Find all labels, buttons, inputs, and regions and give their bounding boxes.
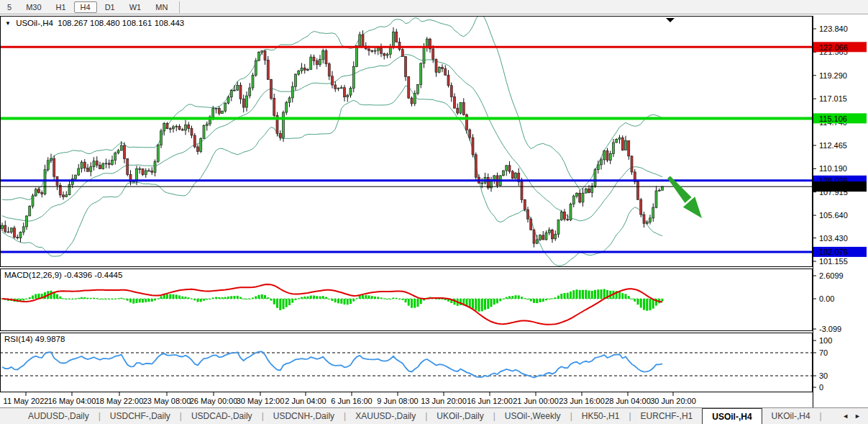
tab-xauusd-daily[interactable]: XAUUSD-,Daily xyxy=(346,408,425,424)
candle-body xyxy=(597,165,599,170)
candle-body xyxy=(359,35,361,46)
tabs-scroll-right-icon[interactable]: ► xyxy=(854,412,861,420)
rsi-panel[interactable] xyxy=(1,333,813,392)
macd-histogram-bar xyxy=(99,299,101,299)
macd-histogram-bar xyxy=(530,299,532,302)
macd-histogram-bar xyxy=(108,299,110,299)
macd-histogram-bar xyxy=(56,294,58,299)
rsi-axis-label: 0 xyxy=(819,383,823,392)
macd-histogram-bar xyxy=(518,295,520,299)
time-tick-label: 30 May 12:00 xyxy=(237,397,285,405)
macd-histogram-bar xyxy=(313,296,315,299)
macd-histogram-bar xyxy=(646,299,648,311)
candle-body xyxy=(102,163,104,168)
macd-histogram-bar xyxy=(511,296,513,299)
macd-histogram-bar xyxy=(22,299,24,301)
macd-histogram-bar xyxy=(484,299,486,310)
tab-usdcnh-daily[interactable]: USDCNH-,Daily xyxy=(264,408,344,424)
candle-body xyxy=(613,143,615,154)
macd-histogram-bar xyxy=(481,299,483,311)
candle-body xyxy=(444,69,447,76)
macd-histogram-bar xyxy=(129,299,132,302)
price-tick-label: 119.290 xyxy=(819,71,847,80)
macd-histogram-bar xyxy=(273,299,275,305)
candle-body xyxy=(368,49,370,50)
tabs-scroll-left-icon[interactable]: ◄ xyxy=(842,412,849,420)
macd-histogram-bar xyxy=(81,297,83,299)
candle-body xyxy=(7,232,9,233)
candle-body xyxy=(530,219,532,230)
candle-body xyxy=(408,77,410,99)
candle-body xyxy=(316,60,318,64)
macd-axis-label: -3.099 xyxy=(819,325,841,333)
time-tick-label: 23 May 08:00 xyxy=(143,397,191,405)
candle-body xyxy=(310,57,312,69)
tab-ukoil-daily[interactable]: UKOil-,Daily xyxy=(427,408,493,424)
tab-usdchf-daily[interactable]: USDCHF-,Daily xyxy=(101,408,180,424)
rsi-axis-label: 70 xyxy=(819,348,828,357)
candle-body xyxy=(191,129,193,135)
macd-histogram-bar xyxy=(515,295,517,299)
macd-histogram-bar xyxy=(90,298,92,299)
candle-body xyxy=(352,66,355,88)
tab-eurchf-h1[interactable]: EURCHF-,H1 xyxy=(631,408,703,424)
macd-histogram-bar xyxy=(576,289,578,299)
tab-usdcad-daily[interactable]: USDCAD-,Daily xyxy=(182,408,262,424)
macd-histogram-bar xyxy=(340,299,342,304)
main-chart-panel[interactable] xyxy=(1,17,813,267)
candle-body xyxy=(252,76,254,89)
tab-usoil-weekly[interactable]: USOil-,Weekly xyxy=(495,408,570,424)
macd-histogram-bar xyxy=(270,299,273,301)
candle-body xyxy=(160,131,163,145)
candle-body xyxy=(332,76,334,85)
macd-histogram-bar xyxy=(124,299,126,299)
macd-histogram-bar xyxy=(258,295,260,299)
macd-histogram-bar xyxy=(487,299,489,309)
macd-histogram-bar xyxy=(572,290,575,299)
candle-body xyxy=(32,196,34,207)
tab-audusd-daily[interactable]: AUDUSD-,Daily xyxy=(19,408,99,424)
candle-body xyxy=(557,220,559,235)
symbol-dropdown-icon[interactable]: ▼ xyxy=(5,20,11,27)
macd-histogram-bar xyxy=(560,294,562,299)
candle-body xyxy=(267,60,269,80)
tab-usoil-h4[interactable]: USOil-,H4 xyxy=(702,408,762,424)
candle-body xyxy=(475,155,477,177)
price-chart-svg[interactable]: 123.840121.565119.290117.015114.740112.4… xyxy=(0,0,868,407)
candle-body xyxy=(279,133,281,137)
time-tick-label: 26 May 00:00 xyxy=(190,397,238,405)
macd-histogram-bar xyxy=(78,298,80,299)
candle-body xyxy=(41,193,43,194)
macd-histogram-bar xyxy=(359,296,361,299)
macd-histogram-bar xyxy=(438,299,440,299)
candle-body xyxy=(19,233,22,238)
macd-histogram-bar xyxy=(224,297,227,299)
candle-body xyxy=(594,170,596,186)
tab-hk50-h1[interactable]: HK50-,H1 xyxy=(572,408,629,424)
candle-body xyxy=(631,156,633,172)
macd-histogram-bar xyxy=(603,289,606,299)
candle-body xyxy=(17,238,19,238)
candle-body xyxy=(29,207,31,216)
candle-body xyxy=(637,182,639,200)
candle-body xyxy=(81,162,83,168)
macd-histogram-bar xyxy=(185,297,187,299)
candle-body xyxy=(655,191,657,207)
candle-body xyxy=(35,189,37,196)
candle-body xyxy=(542,235,544,240)
candle-body xyxy=(246,96,248,107)
candle-body xyxy=(603,151,606,160)
macd-histogram-bar xyxy=(188,297,190,299)
candle-body xyxy=(662,186,664,190)
macd-histogram-bar xyxy=(68,299,70,299)
tab-ukoil-h4[interactable]: UKOil-,H4 xyxy=(762,408,820,424)
tab-separator: | xyxy=(820,408,822,424)
macd-histogram-bar xyxy=(206,299,208,300)
candle-body xyxy=(111,161,114,165)
macd-histogram-bar xyxy=(631,299,633,299)
candle-body xyxy=(105,163,107,164)
candle-body xyxy=(197,147,199,151)
candle-body xyxy=(334,85,337,89)
time-tick-label: 16 May 04:00 xyxy=(48,397,96,405)
macd-histogram-bar xyxy=(298,298,300,299)
